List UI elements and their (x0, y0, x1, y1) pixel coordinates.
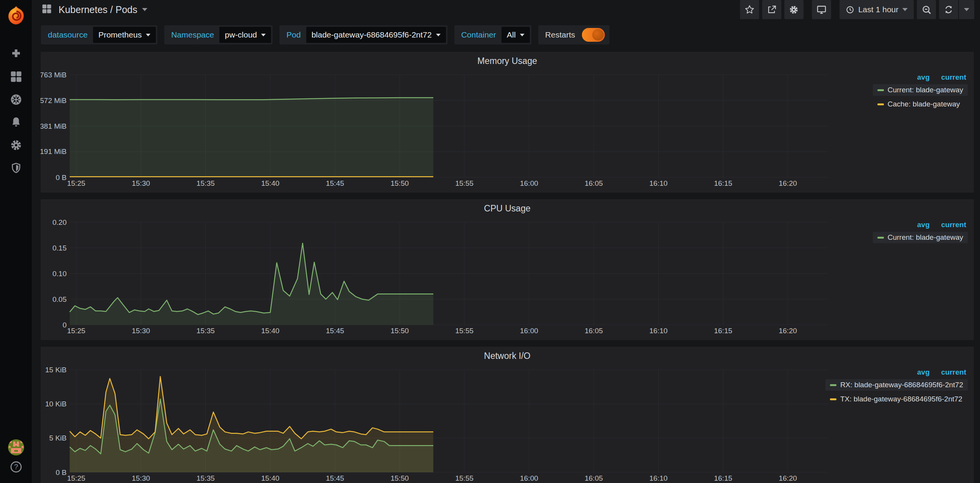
svg-text:0.20: 0.20 (52, 218, 67, 226)
legend-swatch-icon (877, 237, 884, 239)
navbar: Kubernetes / Pods (32, 0, 980, 19)
refresh-button-group (939, 0, 974, 19)
variable-datasource[interactable]: datasource Prometheus (41, 25, 157, 44)
svg-text:16:20: 16:20 (779, 327, 797, 335)
svg-text:15:30: 15:30 (132, 179, 150, 187)
svg-text:10 KiB: 10 KiB (45, 400, 67, 408)
svg-text:16:10: 16:10 (649, 327, 668, 335)
network-io-legend: avgcurrentRX: blade-gateway-68684695f6-2… (825, 368, 968, 405)
navbar-toolbar: Last 1 hour (740, 0, 974, 19)
svg-text:16:00: 16:00 (520, 327, 538, 335)
refresh-interval-caret[interactable] (959, 0, 974, 19)
legend-headers: avgcurrent (873, 221, 968, 229)
legend-series[interactable]: Current: blade-gateway (873, 232, 968, 243)
legend-swatch-icon (830, 398, 836, 400)
svg-text:15:40: 15:40 (261, 327, 279, 335)
legend-series[interactable]: Cache: blade-gateway (873, 98, 968, 110)
legend-sort-current[interactable]: current (941, 73, 966, 81)
variable-restarts: Restarts (538, 25, 609, 44)
svg-text:?: ? (14, 463, 18, 471)
sidebar-item-explore[interactable] (7, 93, 25, 106)
legend-series[interactable]: TX: blade-gateway-68684695f6-2nt72 (825, 393, 968, 405)
grafana-logo[interactable] (0, 0, 32, 31)
sidebar-item-help[interactable]: ? (7, 460, 25, 473)
svg-text:15:25: 15:25 (67, 179, 85, 187)
sidebar-item-dashboards[interactable] (7, 70, 25, 83)
cpu-usage-chart[interactable]: 15:2515:3015:3515:4015:4515:5015:5516:00… (41, 199, 974, 340)
legend-sort-avg[interactable]: avg (917, 221, 930, 229)
favorite-star-button[interactable] (740, 0, 759, 19)
svg-text:15:55: 15:55 (455, 179, 474, 187)
variable-value-dropdown[interactable]: blade-gateway-68684695f6-2nt72 (306, 27, 446, 43)
svg-text:15:45: 15:45 (326, 179, 344, 187)
dashboard-title[interactable]: Kubernetes / Pods (59, 4, 137, 15)
cpu-usage-legend: avgcurrentCurrent: blade-gateway (873, 221, 968, 243)
cycle-view-button[interactable] (812, 0, 831, 19)
legend-sort-avg[interactable]: avg (917, 73, 930, 81)
panel-network-io: 15:2515:3015:3515:4015:4515:5015:5516:00… (40, 346, 974, 483)
dashboard-settings-button[interactable] (784, 0, 804, 19)
svg-text:0.15: 0.15 (52, 244, 67, 252)
svg-text:16:05: 16:05 (585, 327, 603, 335)
svg-text:15:50: 15:50 (390, 179, 409, 187)
svg-text:15:50: 15:50 (390, 474, 409, 482)
svg-text:16:05: 16:05 (585, 179, 603, 187)
share-button[interactable] (762, 0, 781, 19)
svg-text:15:30: 15:30 (132, 474, 150, 482)
server-admin-shield-icon (10, 162, 23, 175)
variable-value-dropdown[interactable]: All (501, 27, 530, 43)
chevron-down-icon[interactable] (142, 8, 147, 11)
svg-text:16:00: 16:00 (520, 474, 538, 482)
time-range-label: Last 1 hour (858, 5, 898, 14)
memory-usage-legend: avgcurrentCurrent: blade-gatewayCache: b… (873, 73, 968, 110)
sidebar-item-server-admin[interactable] (7, 162, 25, 175)
panel-memory-usage: 15:2515:3015:3515:4015:4515:5015:5516:00… (40, 51, 974, 193)
svg-text:0.05: 0.05 (52, 295, 67, 303)
legend-series[interactable]: Current: blade-gateway (873, 84, 968, 96)
legend-sort-current[interactable]: current (941, 368, 966, 376)
sidebar-item-configuration[interactable] (7, 139, 25, 152)
variable-label: Container (456, 27, 501, 43)
legend-headers: avgcurrent (825, 368, 968, 377)
gear-icon (789, 5, 799, 15)
legend-series[interactable]: RX: blade-gateway-68684695f6-2nt72 (825, 379, 968, 391)
variable-value-dropdown[interactable]: pw-cloud (219, 27, 271, 43)
svg-text:15:45: 15:45 (326, 327, 344, 335)
svg-text:15:55: 15:55 (455, 474, 474, 482)
memory-usage-chart[interactable]: 15:2515:3015:3515:4015:4515:5015:5516:00… (41, 52, 974, 193)
sidebar-item-create[interactable] (7, 47, 25, 60)
time-range-picker[interactable]: Last 1 hour (840, 0, 914, 19)
legend-series-name: Current: blade-gateway (888, 233, 964, 242)
svg-text:191 MiB: 191 MiB (41, 147, 67, 156)
panel-title[interactable]: Network I/O (41, 351, 974, 361)
svg-text:15:45: 15:45 (326, 474, 344, 482)
legend-sort-current[interactable]: current (941, 221, 966, 229)
sidebar-item-alerting[interactable] (7, 116, 25, 129)
restarts-label: Restarts (540, 27, 580, 43)
variable-label: Namespace (166, 27, 219, 43)
legend-swatch-icon (830, 384, 836, 386)
svg-text:16:15: 16:15 (714, 179, 732, 187)
variable-namespace[interactable]: Namespace pw-cloud (164, 25, 273, 44)
refresh-icon (944, 5, 954, 15)
variable-pod[interactable]: Pod blade-gateway-68684695f6-2nt72 (279, 25, 447, 44)
svg-text:16:15: 16:15 (714, 474, 732, 482)
toggle-knob (592, 29, 604, 41)
zoom-out-button[interactable] (917, 0, 936, 19)
legend-sort-avg[interactable]: avg (917, 368, 930, 376)
panel-title[interactable]: CPU Usage (41, 203, 974, 214)
svg-text:0.10: 0.10 (52, 270, 67, 278)
clock-icon (846, 5, 854, 14)
variable-value-dropdown[interactable]: Prometheus (93, 27, 156, 43)
restarts-toggle[interactable] (582, 28, 605, 42)
chevron-down-icon (146, 34, 150, 36)
refresh-button[interactable] (939, 0, 958, 19)
network-io-chart[interactable]: 15:2515:3015:3515:4015:4515:5015:5516:00… (41, 347, 974, 483)
variable-container[interactable]: Container All (454, 25, 531, 44)
sidebar-item-profile[interactable] (7, 439, 25, 452)
panel-title[interactable]: Memory Usage (41, 56, 974, 66)
svg-text:572 MiB: 572 MiB (41, 97, 67, 105)
dashboard-squares-icon[interactable] (41, 3, 52, 16)
share-icon (767, 5, 777, 15)
svg-text:16:15: 16:15 (714, 327, 732, 335)
